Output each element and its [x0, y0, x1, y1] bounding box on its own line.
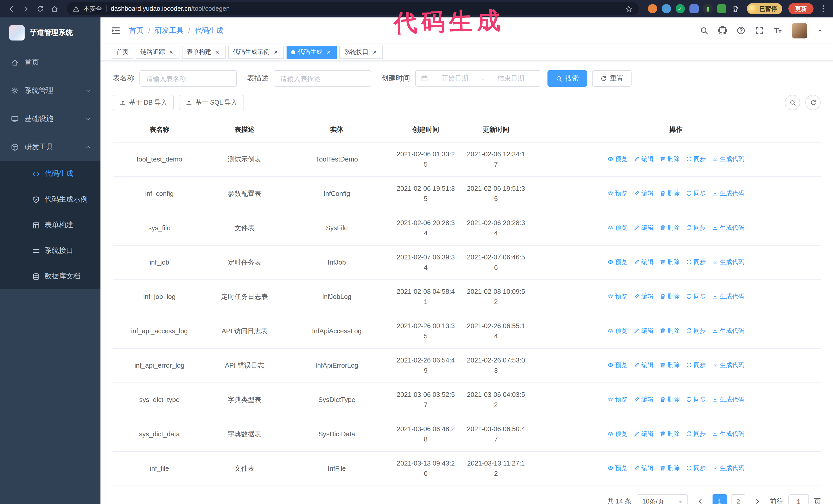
extension-icon[interactable]	[648, 4, 657, 13]
browser-home-icon[interactable]	[48, 3, 61, 15]
delete-link[interactable]: 删除	[660, 154, 680, 164]
sync-link[interactable]: 同步	[686, 326, 706, 336]
tab-close-icon[interactable]: ×	[214, 48, 221, 56]
forward-icon[interactable]	[20, 3, 32, 15]
sync-link[interactable]: 同步	[686, 257, 706, 267]
page-button-1[interactable]: 1	[713, 494, 727, 504]
back-icon[interactable]	[5, 3, 18, 15]
extension-icon[interactable]	[689, 4, 698, 13]
sidebar-item-home[interactable]: 首页	[0, 48, 100, 76]
end-date-placeholder[interactable]: 结束日期	[487, 74, 535, 83]
generate-code-link[interactable]: 生成代码	[712, 291, 744, 302]
extension-icon[interactable]	[717, 4, 726, 13]
tab-close-icon[interactable]: ×	[168, 48, 175, 56]
generate-code-link[interactable]: 生成代码	[712, 222, 744, 233]
tab-close-icon[interactable]: ×	[371, 48, 378, 56]
delete-link[interactable]: 删除	[660, 463, 680, 473]
tab-home[interactable]: 首页	[112, 45, 133, 59]
breadcrumb-item[interactable]: 研发工具	[155, 26, 184, 35]
generate-code-link[interactable]: 生成代码	[712, 360, 744, 370]
edit-link[interactable]: 编辑	[634, 154, 653, 164]
edit-link[interactable]: 编辑	[634, 326, 653, 336]
edit-link[interactable]: 编辑	[634, 463, 653, 473]
reset-button[interactable]: 重置	[592, 70, 632, 87]
sidebar-item-db-doc[interactable]: 数据库文档	[0, 264, 100, 289]
sidebar-item-form-builder[interactable]: 表单构建	[0, 212, 100, 238]
sidebar-item-codegen-example[interactable]: 代码生成示例	[0, 187, 100, 212]
date-range-picker[interactable]: 开始日期 - 结束日期	[415, 70, 540, 87]
sync-link[interactable]: 同步	[686, 154, 706, 164]
sidebar-item-devtools[interactable]: 研发工具	[0, 133, 100, 161]
extension-icon[interactable]: ✓	[675, 4, 685, 13]
generate-code-link[interactable]: 生成代码	[712, 188, 744, 198]
preview-link[interactable]: 预览	[608, 154, 627, 164]
edit-link[interactable]: 编辑	[634, 222, 653, 233]
page-size-select[interactable]: 10条/页	[637, 494, 688, 504]
table-desc-input[interactable]	[274, 70, 371, 87]
preview-link[interactable]: 预览	[608, 222, 627, 233]
fullscreen-icon[interactable]	[755, 26, 764, 35]
search-icon[interactable]	[700, 26, 709, 35]
delete-link[interactable]: 删除	[660, 291, 680, 302]
sidebar-item-system-api[interactable]: 系统接口	[0, 238, 100, 264]
help-icon[interactable]	[737, 26, 745, 35]
preview-link[interactable]: 预览	[608, 326, 627, 336]
import-db-button[interactable]: 基于 DB 导入	[113, 95, 174, 110]
caret-down-icon[interactable]	[817, 28, 823, 33]
delete-link[interactable]: 删除	[660, 326, 680, 336]
sidebar-item-codegen[interactable]: 代码生成	[0, 161, 100, 187]
address-bar[interactable]: 不安全 dashboard.yudao.iocoder.cn/tool/code…	[67, 2, 639, 16]
sidebar-fold-icon[interactable]	[111, 25, 121, 35]
sync-link[interactable]: 同步	[686, 429, 706, 439]
delete-link[interactable]: 删除	[660, 429, 680, 439]
font-size-icon[interactable]	[774, 26, 782, 35]
sync-link[interactable]: 同步	[686, 394, 706, 405]
start-date-placeholder[interactable]: 开始日期	[431, 74, 479, 83]
generate-code-link[interactable]: 生成代码	[712, 429, 744, 439]
extension-icon[interactable]: ▮	[703, 4, 712, 13]
preview-link[interactable]: 预览	[608, 463, 627, 473]
preview-link[interactable]: 预览	[608, 291, 627, 302]
edit-link[interactable]: 编辑	[634, 429, 653, 439]
sync-link[interactable]: 同步	[686, 222, 706, 233]
sync-link[interactable]: 同步	[686, 360, 706, 370]
preview-link[interactable]: 预览	[608, 188, 627, 198]
preview-link[interactable]: 预览	[608, 429, 627, 439]
goto-page-input[interactable]	[788, 494, 809, 504]
logo[interactable]: 芋道管理系统	[0, 18, 100, 48]
sync-link[interactable]: 同步	[686, 291, 706, 302]
refresh-table-button[interactable]	[805, 95, 821, 110]
generate-code-link[interactable]: 生成代码	[712, 154, 744, 164]
edit-link[interactable]: 编辑	[634, 188, 653, 198]
edit-link[interactable]: 编辑	[634, 394, 653, 405]
preview-link[interactable]: 预览	[608, 257, 627, 267]
generate-code-link[interactable]: 生成代码	[712, 326, 744, 336]
tab-close-icon[interactable]: ×	[325, 48, 332, 56]
delete-link[interactable]: 删除	[660, 394, 680, 405]
next-page-button[interactable]	[751, 494, 765, 504]
extension-icon[interactable]	[662, 4, 671, 13]
star-icon[interactable]	[625, 5, 632, 13]
table-name-input[interactable]	[139, 70, 237, 87]
toggle-search-button[interactable]	[785, 95, 800, 110]
generate-code-link[interactable]: 生成代码	[712, 463, 744, 473]
sidebar-item-system[interactable]: 系统管理	[0, 76, 100, 104]
tab-codegen-example[interactable]: 代码生成示例×	[228, 45, 284, 59]
preview-link[interactable]: 预览	[608, 360, 627, 370]
kebab-menu-icon[interactable]	[819, 4, 828, 13]
browser-update-button[interactable]: 更新	[788, 3, 813, 14]
github-icon[interactable]	[718, 26, 727, 35]
search-button[interactable]: 搜索	[547, 70, 587, 87]
profile-paused-chip[interactable]: 已暂停	[747, 3, 782, 14]
reload-icon[interactable]	[34, 3, 46, 15]
tab-tracing[interactable]: 链路追踪×	[136, 45, 180, 59]
delete-link[interactable]: 删除	[660, 360, 680, 370]
sync-link[interactable]: 同步	[686, 188, 706, 198]
edit-link[interactable]: 编辑	[634, 360, 653, 370]
page-button-2[interactable]: 2	[731, 494, 745, 504]
generate-code-link[interactable]: 生成代码	[712, 257, 744, 267]
tab-codegen[interactable]: 代码生成×	[287, 45, 337, 59]
breadcrumb-item[interactable]: 首页	[129, 26, 144, 35]
tab-close-icon[interactable]: ×	[272, 48, 279, 56]
preview-link[interactable]: 预览	[608, 394, 627, 405]
